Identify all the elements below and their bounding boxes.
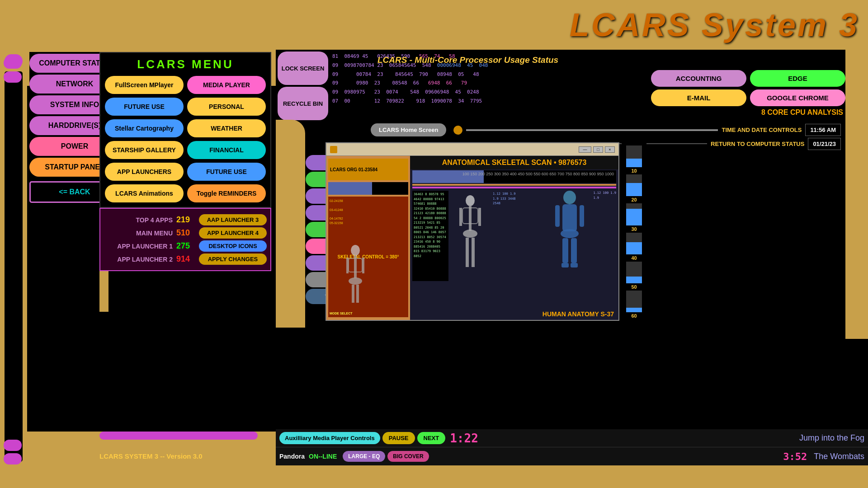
menu-personal[interactable]: PERSONAL <box>187 98 266 116</box>
usage-bar: 100 150 200 250 300 350 400 450 500 550 … <box>412 170 616 183</box>
skeletal-right-panel: ANATOMICAL SKELETAL SCAN • 9876573 100 1… <box>410 156 618 320</box>
menu-toggle-reminders[interactable]: Toggle REMINDERS <box>187 184 266 202</box>
gauge-bar-5 <box>626 262 642 283</box>
svg-rect-19 <box>562 204 577 231</box>
big-cover-2[interactable]: BIG COVER <box>387 451 429 462</box>
skeletal-window: — □ × LCARS ORG 01-23584 SKELETAL CONTRO… <box>326 142 619 321</box>
left-data-col: 36463 8 80578 95 4642 80888 97413 574681… <box>412 191 448 281</box>
svg-point-0 <box>351 245 360 256</box>
svg-rect-6 <box>346 258 349 273</box>
gauge-bar-1 <box>626 145 642 167</box>
date-value: 01/21/23 <box>808 138 841 150</box>
google-chrome-btn[interactable]: GOOGLE CHROME <box>750 89 845 106</box>
tan-left-cores <box>276 120 305 328</box>
shortcut-label-2: MAIN MENU <box>104 230 176 237</box>
skeleton-area: SKELETAL CONTROL = 380° <box>328 197 408 317</box>
edge-btn[interactable]: EDGE <box>750 70 845 87</box>
menu-title: LCARS MENU <box>105 57 266 71</box>
app-title: LCARS System 3 <box>570 6 859 43</box>
svg-rect-15 <box>478 208 481 226</box>
gauge-label-30: 30 <box>631 226 637 232</box>
right-status-panel: ACCOUNTING EDGE E-MAIL GOOGLE CHROME 8 C… <box>651 70 845 117</box>
accounting-btn[interactable]: ACCOUNTING <box>651 70 746 87</box>
cpu-label: 8 CORE CPU ANALYSIS <box>651 108 845 117</box>
gauge-bar-3 <box>626 203 642 225</box>
shortcut-num-3: 275 <box>176 241 199 251</box>
svg-point-11 <box>463 230 477 238</box>
gauge-fill-4 <box>626 242 642 254</box>
skeleton-svg <box>342 245 369 313</box>
menu-fullscreen-mplayer[interactable]: FullScreen MPlayer <box>105 76 184 94</box>
email-btn[interactable]: E-MAIL <box>651 89 746 106</box>
menu-media-player[interactable]: MEDIA PLAYER <box>187 76 266 94</box>
bar-display-1 <box>328 182 408 195</box>
right-track-info: Jump into the Fog <box>799 433 864 443</box>
pause-btn-2[interactable]: PAUSE <box>382 432 415 444</box>
gauge-label-60: 60 <box>631 313 637 319</box>
svg-rect-7 <box>362 258 364 273</box>
menu-starship-gallery[interactable]: STARSHIP GALLERY <box>105 141 184 159</box>
svg-rect-1 <box>354 256 357 278</box>
pill-bottom-1 <box>4 440 22 451</box>
svg-rect-16 <box>466 258 469 267</box>
svg-rect-23 <box>555 205 560 227</box>
status-row-2: E-MAIL GOOGLE CHROME <box>651 89 845 106</box>
divider-purple <box>412 187 616 188</box>
gauge-bar-4 <box>626 233 642 254</box>
divider-orange <box>412 184 616 186</box>
shortcut-num-2: 510 <box>176 228 199 238</box>
return-label: RETURN TO COMPUTER STATUS <box>711 141 804 147</box>
lock-screen-btn[interactable]: LOCK SCREEN <box>278 52 328 85</box>
media-row-bottom: Pandora ON--LINE LARGE - EQ BIG COVER 3:… <box>276 447 868 465</box>
svg-rect-9 <box>469 206 472 231</box>
gauge-panel: 10 20 30 40 50 60 <box>622 142 646 321</box>
shortcut-action-1[interactable]: AAP LAUNCHER 3 <box>199 214 267 225</box>
shortcut-row-4: APP LAUNCHER 2 914 APPLY CHANGES <box>104 253 267 265</box>
mode-select: MODE SELECT <box>330 312 353 315</box>
large-eq-2[interactable]: LARGE - EQ <box>343 451 385 462</box>
svg-rect-14 <box>459 208 462 226</box>
gauge-fill-2 <box>626 183 642 196</box>
mid-data-col: 1.12 100 1.9 1.9 133 3448 2548 <box>492 191 519 281</box>
shortcut-action-2[interactable]: APP LAUNCHER 4 <box>199 227 267 239</box>
skeletal-content: LCARS ORG 01-23584 SKELETAL CONTROL = 38… <box>326 156 618 320</box>
minimize-btn[interactable]: — <box>579 146 591 153</box>
top-bar: LCARS System 3 <box>0 0 868 50</box>
menu-stellar-cartography[interactable]: Stellar Cartography <box>105 119 184 137</box>
close-btn[interactable]: × <box>605 146 615 153</box>
right-time-track: 3:52 The Wombats <box>783 451 864 462</box>
shortcut-row-1: TOP 4 APPS 219 AAP LAUNCHER 3 <box>104 214 267 225</box>
menu-future-use-1[interactable]: FUTURE USE <box>105 98 184 116</box>
purple-connector <box>99 432 258 440</box>
maximize-btn[interactable]: □ <box>593 146 603 153</box>
svg-rect-5 <box>356 285 359 303</box>
version-label: LCARS SYSTEM 3 -- Version 3.0 <box>99 452 203 460</box>
pill-top-1 <box>4 57 22 69</box>
home-screen-btn[interactable]: LCARS Home Screen <box>371 123 446 136</box>
menu-financial[interactable]: FINANCIAL <box>187 141 266 159</box>
right-vert-panel <box>845 50 868 339</box>
menu-future-use-2[interactable]: FUTURE USE <box>187 163 266 181</box>
lcars-subtitle: LCARS - Multi-Core Processor Usage Statu… <box>377 55 558 65</box>
window-controls: — □ × <box>579 146 615 153</box>
menu-lcars-animations[interactable]: LCARS Animations <box>105 184 184 202</box>
gauge-fill-5 <box>626 277 642 283</box>
gauge-bar-2 <box>626 174 642 196</box>
shortcut-action-3[interactable]: DESKTOP ICONS <box>199 240 267 252</box>
next-btn-2[interactable]: NEXT <box>417 432 446 444</box>
media-row-top: Auxilliary Media Player Controls PAUSE N… <box>276 429 868 447</box>
time-value: 11:56 AM <box>805 124 841 136</box>
skeletal-titlebar: — □ × <box>326 143 618 156</box>
svg-point-3 <box>349 277 362 285</box>
gauge-label-40: 40 <box>631 255 637 261</box>
status-row-1: ACCOUNTING EDGE <box>651 70 845 87</box>
menu-app-launchers[interactable]: APP LAUNCHERS <box>105 163 184 181</box>
shortcut-action-4[interactable]: APPLY CHANGES <box>199 253 267 265</box>
aux-controls-btn-2[interactable]: Auxilliary Media Player Controls <box>279 432 380 444</box>
anatomy-display: 36463 8 80578 95 4642 80888 97413 574681… <box>412 191 616 281</box>
menu-weather[interactable]: WEATHER <box>187 119 266 137</box>
gauge-label-10: 10 <box>631 168 637 174</box>
jump-fog-2: Jump into the Fog <box>799 433 864 443</box>
recycle-bin-btn[interactable]: RECYCLE BIN <box>278 87 328 120</box>
pill-top-2 <box>4 71 22 83</box>
